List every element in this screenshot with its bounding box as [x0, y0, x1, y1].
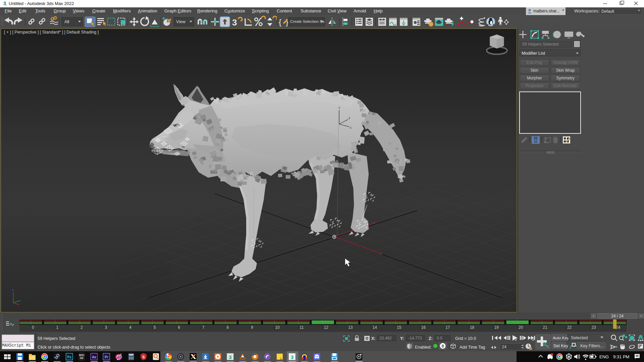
svg-text:[ + ] [ Perspective ] [ Standa: [ + ] [ Perspective ] [ Standard* ] [ De… — [4, 30, 99, 35]
svg-text:All: All — [64, 19, 69, 24]
svg-text:23: 23 — [591, 325, 596, 330]
svg-text:11: 11 — [300, 325, 304, 330]
svg-text:8: 8 — [226, 325, 229, 330]
svg-text:18: 18 — [470, 325, 475, 330]
svg-text:13: 13 — [348, 325, 353, 330]
svg-text:14: 14 — [373, 325, 377, 330]
svg-text:Key Filters...: Key Filters... — [580, 344, 603, 348]
svg-text:10: 10 — [275, 325, 280, 330]
svg-text:5: 5 — [154, 325, 156, 330]
svg-text:EPIC: EPIC — [79, 354, 84, 356]
svg-text:z: z — [12, 288, 14, 292]
svg-text:22: 22 — [567, 325, 572, 330]
svg-text:12: 12 — [324, 325, 329, 330]
svg-text:19: 19 — [494, 325, 499, 330]
svg-text:y: y — [348, 116, 350, 119]
svg-text:Pr: Pr — [105, 355, 108, 359]
svg-text:Selected: Selected — [571, 335, 588, 340]
svg-text:View: View — [176, 19, 186, 24]
svg-text:4: 4 — [129, 325, 131, 330]
svg-text:Ps: Ps — [67, 355, 71, 359]
svg-text:20: 20 — [519, 325, 523, 330]
svg-text:ENG: ENG — [599, 354, 609, 359]
svg-text:Ae: Ae — [92, 355, 96, 359]
svg-text:3: 3 — [232, 17, 237, 27]
svg-text:17: 17 — [445, 325, 450, 330]
svg-text:9:31 PM: 9:31 PM — [613, 354, 629, 359]
svg-text:21: 21 — [543, 325, 547, 330]
svg-text:{: { — [279, 17, 281, 26]
svg-text:3: 3 — [105, 325, 107, 330]
svg-text:S: S — [142, 355, 145, 359]
svg-text:24: 24 — [502, 345, 506, 349]
svg-text:6: 6 — [178, 325, 180, 330]
svg-text:3: 3 — [229, 354, 231, 360]
svg-text:9: 9 — [251, 325, 253, 330]
svg-text:Auto Key: Auto Key — [553, 336, 569, 340]
svg-text:Set Key: Set Key — [553, 344, 569, 348]
svg-text:z: z — [338, 106, 340, 109]
svg-text:1: 1 — [56, 325, 59, 330]
svg-text:2: 2 — [80, 325, 83, 330]
svg-text:Create Selection Se: Create Selection Se — [290, 19, 324, 23]
svg-text:3: 3 — [291, 354, 293, 360]
svg-text:0: 0 — [32, 325, 34, 330]
svg-text:15: 15 — [397, 325, 401, 330]
svg-text:16: 16 — [421, 325, 426, 330]
svg-text:0: 0 — [442, 344, 444, 349]
svg-text:x: x — [350, 126, 352, 129]
svg-text:7: 7 — [202, 325, 205, 330]
